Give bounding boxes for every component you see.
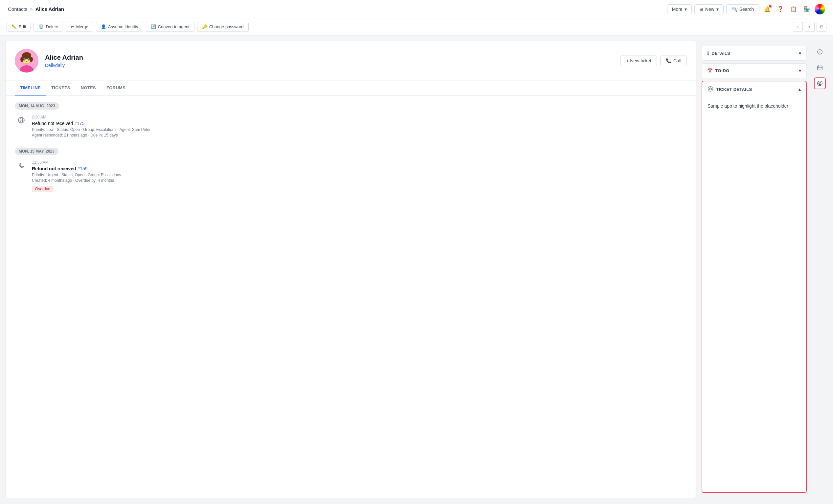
edit-button[interactable]: ✏️ Edit bbox=[6, 22, 31, 32]
ticket-details-body: Sample app to highlight the placeholder bbox=[702, 97, 806, 115]
breadcrumb-contacts[interactable]: Contacts bbox=[8, 6, 27, 12]
prev-contact-button[interactable]: ‹ bbox=[793, 22, 803, 32]
timeline-content-1: 2:20 AM Refund not received #175 Priorit… bbox=[32, 115, 687, 138]
side-ticket-details-button[interactable] bbox=[814, 77, 826, 89]
ticket-details-label: TICKET DETAILS bbox=[716, 87, 752, 92]
svg-point-13 bbox=[29, 58, 30, 59]
assume-identity-label: Assume identity bbox=[108, 24, 138, 29]
ticket-details-section: TICKET DETAILS ▴ Sample app to highlight… bbox=[701, 81, 807, 493]
side-icon-bar bbox=[812, 41, 828, 498]
search-icon: 🔍 bbox=[732, 6, 737, 12]
delete-button[interactable]: 🗑️ Delete bbox=[33, 22, 63, 32]
todo-section: 📅 TO-DO ▾ bbox=[701, 63, 807, 78]
tabs-bar: TIMELINE TICKETS NOTES FORUMS bbox=[6, 81, 696, 96]
contact-info: Alice Adrian Delivdaily bbox=[45, 54, 614, 68]
todo-chevron-icon: ▾ bbox=[799, 68, 801, 73]
notifications-button[interactable]: 🔔 bbox=[762, 4, 772, 15]
action-bar: ✏️ Edit 🗑️ Delete ⇌ Merge 👤 Assume ident… bbox=[0, 18, 833, 35]
contact-actions: + New ticket 📞 Call bbox=[620, 55, 687, 66]
details-section: ℹ DETAILS ▾ bbox=[701, 46, 807, 61]
delete-icon: 🗑️ bbox=[39, 24, 44, 29]
contact-avatar bbox=[15, 49, 39, 73]
contact-name: Alice Adrian bbox=[45, 54, 614, 61]
timeline-time-2: 11:56 AM bbox=[32, 160, 687, 165]
ticket-details-header[interactable]: TICKET DETAILS ▴ bbox=[702, 81, 806, 97]
new-ticket-button[interactable]: + New ticket bbox=[620, 55, 657, 66]
tab-forums[interactable]: FORUMS bbox=[101, 81, 131, 96]
search-label: Search bbox=[739, 6, 754, 12]
phone-icon: 📞 bbox=[666, 58, 671, 63]
right-panel: ℹ DETAILS ▾ 📅 TO-DO ▾ bbox=[701, 46, 807, 493]
overdue-badge: Overdue bbox=[32, 186, 53, 192]
search-button[interactable]: 🔍 Search bbox=[726, 4, 759, 14]
calendar-icon: 📅 bbox=[707, 68, 712, 73]
tab-notes[interactable]: NOTES bbox=[75, 81, 101, 96]
timeline-content-2: 11:56 AM Refund not received #159 Priori… bbox=[32, 160, 687, 192]
change-password-button[interactable]: 🔑 Change password bbox=[197, 22, 249, 32]
next-contact-button[interactable]: › bbox=[805, 22, 815, 32]
chevron-down-icon: ▾ bbox=[685, 6, 687, 12]
info-icon: ℹ bbox=[707, 51, 709, 56]
user-avatar[interactable] bbox=[815, 4, 825, 15]
call-button[interactable]: 📞 Call bbox=[660, 55, 687, 66]
phone-icon-timeline bbox=[16, 160, 27, 171]
change-password-label: Change password bbox=[209, 24, 244, 29]
call-label: Call bbox=[673, 58, 681, 63]
timeline-title-1: Refund not received #175 bbox=[32, 121, 687, 126]
help-button[interactable]: ❓ bbox=[775, 4, 786, 15]
side-calendar-button[interactable] bbox=[814, 62, 826, 74]
edit-label: Edit bbox=[19, 24, 26, 29]
tab-timeline[interactable]: TIMELINE bbox=[15, 81, 46, 96]
svg-point-20 bbox=[819, 51, 820, 51]
key-icon: 🔑 bbox=[202, 24, 207, 29]
timeline-meta-1b: Agent responded: 21 hours ago · Due in: … bbox=[32, 133, 687, 137]
more-label: More bbox=[672, 6, 683, 12]
tab-tickets[interactable]: TICKETS bbox=[46, 81, 75, 96]
date-badge-1: MON, 14 AUG, 2023 bbox=[15, 102, 59, 109]
new-label: New bbox=[705, 6, 714, 12]
chevron-down-icon-new: ▾ bbox=[716, 6, 719, 12]
todo-section-header[interactable]: 📅 TO-DO ▾ bbox=[702, 64, 806, 78]
ticket-link-159[interactable]: #159 bbox=[77, 166, 87, 171]
convert-to-agent-label: Convert to agent bbox=[158, 24, 190, 29]
nav-right: More ▾ ⊞ New ▾ 🔍 Search 🔔 ❓ 📋 🏪 bbox=[667, 4, 825, 15]
right-area: ℹ DETAILS ▾ 📅 TO-DO ▾ bbox=[701, 41, 828, 498]
apps-button[interactable]: 🏪 bbox=[802, 4, 812, 15]
plus-icon: ⊞ bbox=[699, 6, 703, 12]
inbox-button[interactable]: 📋 bbox=[788, 4, 799, 15]
new-button[interactable]: ⊞ New ▾ bbox=[694, 4, 723, 14]
svg-rect-21 bbox=[817, 66, 822, 70]
details-section-header[interactable]: ℹ DETAILS ▾ bbox=[702, 46, 806, 60]
convert-to-agent-button[interactable]: 🔄 Convert to agent bbox=[146, 22, 194, 32]
convert-icon: 🔄 bbox=[151, 24, 156, 29]
more-button[interactable]: More ▾ bbox=[667, 4, 692, 14]
edit-icon: ✏️ bbox=[11, 24, 17, 29]
svg-point-12 bbox=[24, 58, 25, 59]
globe-icon bbox=[16, 115, 27, 125]
ticket-details-chevron-icon: ▴ bbox=[799, 87, 801, 92]
merge-icon: ⇌ bbox=[71, 24, 74, 29]
merge-label: Merge bbox=[76, 24, 88, 29]
avatar-image bbox=[15, 49, 39, 73]
timeline-time-1: 2:20 AM bbox=[32, 115, 687, 120]
new-ticket-label: + New ticket bbox=[626, 58, 651, 63]
nav-arrows: ‹ › ⊟ bbox=[793, 22, 827, 32]
details-label: DETAILS bbox=[712, 51, 730, 56]
breadcrumb-separator: > bbox=[30, 6, 33, 12]
timeline-meta-1a: Priority: Low · Status: Open · Group: Es… bbox=[32, 127, 687, 132]
timeline-title-2: Refund not received #159 bbox=[32, 166, 687, 171]
details-chevron-icon: ▾ bbox=[799, 51, 801, 56]
todo-label: TO-DO bbox=[715, 68, 729, 73]
left-panel: Alice Adrian Delivdaily + New ticket 📞 C… bbox=[5, 41, 696, 498]
panel-toggle-button[interactable]: ⊟ bbox=[816, 22, 827, 32]
merge-button[interactable]: ⇌ Merge bbox=[66, 22, 93, 32]
breadcrumb: Contacts > Alice Adrian bbox=[8, 6, 64, 12]
date-badge-2: MON, 15 MAY, 2023 bbox=[15, 148, 58, 155]
contact-company[interactable]: Delivdaily bbox=[45, 63, 614, 68]
side-info-button[interactable] bbox=[814, 46, 826, 58]
timeline-entry-1: 2:20 AM Refund not received #175 Priorit… bbox=[15, 115, 687, 138]
ticket-link-175[interactable]: #175 bbox=[74, 121, 85, 126]
timeline-meta-2a: Priority: Urgent · Status: Open · Group:… bbox=[32, 173, 687, 177]
assume-identity-button[interactable]: 👤 Assume identity bbox=[96, 22, 143, 32]
timeline-meta-2b: Created: 4 months ago · Overdue by: 4 mo… bbox=[32, 178, 687, 183]
